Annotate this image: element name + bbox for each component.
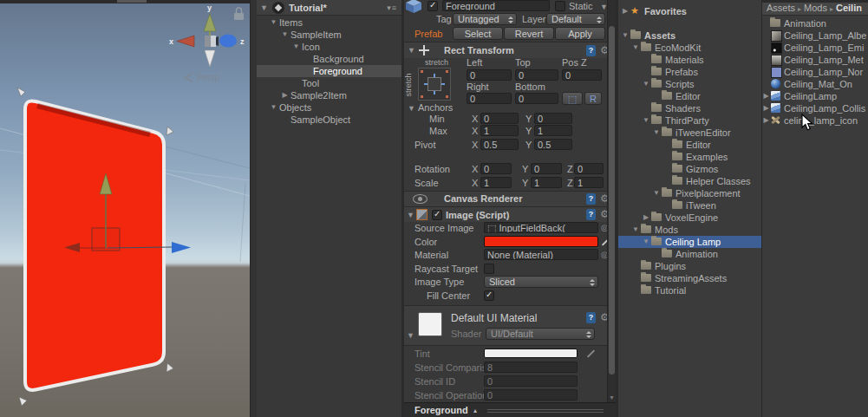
shader-dropdown[interactable]: UI/Default	[486, 328, 595, 340]
project-folder-row[interactable]: Editor	[618, 139, 761, 151]
project-folder-row[interactable]: ▼ Pixelplacement	[618, 187, 761, 199]
project-folder-row[interactable]: Plugins	[618, 260, 761, 272]
raw-edit-mode-button[interactable]: R	[584, 92, 602, 105]
hierarchy-row[interactable]: ▼ SampleItem	[257, 29, 401, 41]
image-type-dropdown[interactable]: Sliced	[484, 276, 598, 288]
anchor-max-x-field[interactable]: 1	[480, 125, 519, 136]
tint-swatch[interactable]	[484, 349, 578, 358]
project-folder-row[interactable]: Helper Classes	[618, 175, 761, 187]
persp-label[interactable]: Persp	[185, 73, 220, 82]
breadcrumb-mods[interactable]: Mods	[804, 3, 827, 13]
project-folder-row[interactable]: Gizmos	[618, 163, 761, 175]
help-book-icon[interactable]: ?	[586, 209, 596, 220]
anchor-min-x-field[interactable]: 0	[480, 113, 519, 124]
foldout-arrow-icon[interactable]: ▶	[620, 5, 630, 17]
project-folder-row[interactable]: ▼ iTweenEditor	[618, 127, 761, 139]
prefab-select-button[interactable]: Select	[453, 27, 503, 40]
foldout-arrow-icon[interactable]: ▼	[268, 16, 279, 29]
scene-hierarchy-splitter[interactable]	[250, 0, 257, 417]
asset-row[interactable]: Animation	[762, 17, 868, 29]
hierarchy-row[interactable]: ▼ Items	[257, 16, 401, 29]
foldout-arrow-icon[interactable]: ▼	[620, 29, 630, 42]
foldout-arrow-icon[interactable]: ▶	[762, 90, 770, 102]
project-folder-row[interactable]: Tutorial	[618, 284, 761, 296]
project-folder-row[interactable]: ▼ Ceiling Lamp	[618, 236, 761, 248]
anchor-min-y-field[interactable]: 0	[534, 113, 572, 124]
layer-dropdown[interactable]: Default	[546, 13, 605, 25]
scale-z-field[interactable]: 1	[574, 177, 604, 188]
scene-view[interactable]: y x z Persp	[0, 0, 250, 417]
asset-row[interactable]: ▶ CeilingLamp_Collis	[762, 102, 868, 114]
project-folder-row[interactable]: iTween	[618, 199, 761, 212]
foldout-arrow-icon[interactable]: ▶	[279, 89, 290, 101]
scroll-down-icon[interactable]: ▼	[609, 394, 615, 401]
foldout-arrow-icon[interactable]: ▼	[268, 101, 279, 114]
rotation-x-field[interactable]: 0	[480, 163, 512, 174]
bottom-field[interactable]: 0	[515, 93, 558, 104]
anchor-max-y-field[interactable]: 1	[534, 125, 572, 136]
rect-transform-foldout[interactable]: ▼	[408, 46, 415, 55]
hierarchy-row[interactable]: Background	[257, 53, 401, 65]
pivot-x-field[interactable]: 0.5	[480, 139, 519, 150]
project-folder-row[interactable]: Shaders	[618, 102, 761, 114]
scale-y-field[interactable]: 1	[531, 177, 562, 188]
image-foldout[interactable]: ▼	[407, 211, 414, 219]
posz-field[interactable]: 0	[562, 69, 602, 81]
rotation-y-field[interactable]: 0	[531, 163, 562, 174]
project-folder-row[interactable]: ▶ VoxelEngine	[618, 212, 761, 224]
hierarchy-row[interactable]: ▶ Sample2Item	[257, 89, 401, 101]
foldout-arrow-icon[interactable]: ▼	[290, 41, 302, 53]
help-book-icon[interactable]: ?	[586, 193, 596, 205]
foldout-arrow-icon[interactable]: ▼	[630, 224, 641, 236]
panel-menu-icon[interactable]: ▾≡	[387, 3, 397, 12]
material-preview-swatch[interactable]	[418, 312, 442, 336]
asset-row[interactable]: Ceiling_Lamp_Albe	[762, 29, 868, 42]
project-folder-row[interactable]: StreamingAssets	[618, 272, 761, 284]
stencil-operation-field[interactable]: 0	[484, 389, 578, 401]
gameobject-name-field[interactable]: Foreground	[442, 0, 550, 11]
project-folder-row[interactable]: Editor	[618, 90, 761, 102]
asset-row[interactable]: Ceiling_Mat_On	[762, 78, 868, 90]
fill-center-checkbox[interactable]	[484, 290, 494, 301]
eyedropper-icon[interactable]	[587, 349, 595, 357]
foldout-arrow-icon[interactable]: ▼	[651, 187, 662, 199]
help-book-icon[interactable]: ?	[586, 45, 596, 56]
foldout-arrow-icon[interactable]: ▼	[641, 114, 651, 127]
hierarchy-row[interactable]: Foreground	[257, 65, 401, 77]
foldout-arrow-icon[interactable]: ▼	[279, 29, 290, 41]
raycast-target-checkbox[interactable]	[484, 264, 494, 274]
project-folder-row[interactable]: Animation	[618, 248, 761, 260]
project-folder-row[interactable]: ▼ ThirdParty	[618, 114, 761, 127]
prefab-apply-button[interactable]: Apply	[555, 27, 605, 40]
breadcrumb-assets[interactable]: Assets	[767, 3, 795, 13]
stencil-comparison-field[interactable]: 8	[484, 362, 578, 373]
project-folder-row[interactable]: Materials	[618, 54, 761, 66]
project-folder-row[interactable]: ▼ Mods	[618, 224, 761, 236]
active-checkbox[interactable]	[427, 1, 438, 11]
lock-icon[interactable]	[234, 8, 244, 20]
hierarchy-row[interactable]: Tool	[257, 77, 401, 89]
prefab-revert-button[interactable]: Revert	[504, 27, 554, 40]
inspector-scrollbar[interactable]: ▼	[607, 0, 616, 402]
image-enabled-checkbox[interactable]	[432, 210, 442, 220]
hierarchy-scene-header[interactable]: ▼ Tutorial* ▾≡	[257, 0, 401, 16]
asset-row[interactable]: Ceiling_Lamp_Emi	[762, 42, 868, 54]
foldout-arrow-icon[interactable]: ▶	[762, 114, 770, 127]
orientation-gizmo[interactable]: y x z	[169, 3, 245, 67]
material-field[interactable]: None (Material)	[484, 249, 598, 260]
pivot-y-field[interactable]: 0.5	[534, 139, 572, 150]
anchor-preset-widget[interactable]	[418, 68, 451, 101]
hierarchy-row[interactable]: ▼ Objects	[257, 101, 401, 114]
project-folder-row[interactable]: ▶ Favorites	[618, 5, 761, 17]
asset-row[interactable]: ▶ CeilingLamp	[762, 90, 868, 102]
foldout-arrow-icon[interactable]: ▼	[630, 42, 641, 54]
anchors-foldout[interactable]: ▼	[408, 104, 415, 113]
project-folder-row[interactable]: Prefabs	[618, 66, 761, 78]
scene-foldout-icon[interactable]: ▼	[260, 3, 268, 12]
static-checkbox[interactable]	[555, 1, 565, 11]
foldout-arrow-icon[interactable]: ▼	[641, 78, 651, 90]
foldout-arrow-icon[interactable]: ▶	[641, 212, 651, 224]
color-swatch[interactable]	[484, 236, 598, 247]
foldout-arrow-icon[interactable]: ▶	[762, 102, 770, 114]
foldout-arrow-icon[interactable]: ▼	[641, 236, 651, 248]
